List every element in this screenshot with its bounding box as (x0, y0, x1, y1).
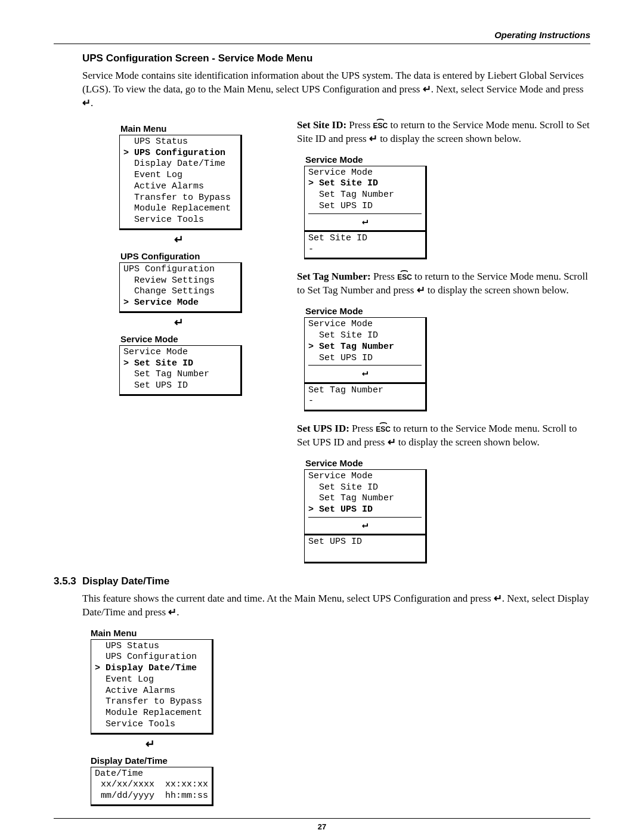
set-upsid-lead: Set UPS ID: (297, 423, 349, 434)
date-time-line1: xx/xx/xxxx xx:xx:xx (95, 779, 208, 791)
set-tag-number-paragraph: Set Tag Number: Press ESC to return to t… (297, 270, 590, 298)
service-mode-site-panel: Service Mode > Set Site ID Set Tag Numbe… (304, 166, 427, 232)
result-line: Set Tag Number (308, 385, 422, 397)
panel-header: Service Mode (308, 168, 422, 179)
left-column: Main Menu UPS Status> UPS Configuration … (82, 119, 261, 396)
menu-item: Set UPS ID (308, 201, 422, 212)
date-time-panel: Date/Time xx/xx/xxxx xx:xx:xx mm/dd/yyyy… (91, 767, 213, 806)
menu-item: > Set UPS ID (308, 504, 422, 516)
text-a: Press (349, 423, 376, 434)
ups-configuration-panel: UPS Configuration Review Settings Change… (119, 262, 242, 313)
panel-header: Service Mode (308, 471, 422, 482)
panel-header: Service Mode (123, 347, 237, 358)
page-number: 27 (54, 822, 590, 831)
menu-item: > Set Site ID (308, 178, 422, 190)
enter-icon: ↵ (388, 436, 396, 448)
menu-item: Module Replacement (123, 203, 237, 215)
esc-icon: ESC (373, 119, 388, 131)
right-column: Set Site ID: Press ESC to return to the … (297, 119, 590, 563)
intro-text-c: . (91, 97, 93, 109)
result-panel: Set Tag Number - (304, 384, 427, 412)
service-mode-upsid-panel: Service Mode Set Site ID Set Tag Number>… (304, 469, 427, 535)
enter-icon: ↵ (308, 365, 422, 379)
running-header: Operating Instructions (54, 30, 590, 44)
text-c: . (177, 606, 179, 618)
text-a: Press (346, 119, 373, 131)
menu-item: Set Tag Number (308, 190, 422, 201)
enter-icon: ↵ (417, 284, 425, 296)
menu-item: UPS Status (95, 641, 208, 652)
service-mode-title: Service Mode (120, 334, 261, 344)
footer-rule (54, 818, 590, 819)
service-mode-title: Service Mode (305, 154, 590, 165)
set-site-id-lead: Set Site ID: (297, 119, 346, 131)
main-menu-title: Main Menu (120, 123, 261, 134)
service-mode-tag-panel: Service Mode Set Site ID> Set Tag Number… (304, 317, 427, 383)
enter-icon: ↵ (119, 233, 239, 246)
enter-icon: ↵ (82, 97, 91, 109)
menu-item: > UPS Configuration (123, 148, 237, 159)
result-panel: Set UPS ID (304, 535, 427, 563)
menu-item: Set Site ID (308, 482, 422, 494)
menu-item: Active Alarms (95, 686, 208, 697)
menu-item: Service Tools (123, 215, 237, 226)
enter-icon: ↵ (308, 517, 422, 531)
esc-icon: ESC (397, 270, 412, 282)
result-sub: - (308, 396, 422, 407)
panel-header: Date/Time (95, 769, 208, 780)
service-mode-panel: Service Mode > Set Site ID Set Tag Numbe… (119, 345, 242, 396)
menu-item: > Set Tag Number (308, 342, 422, 353)
set-ups-id-paragraph: Set UPS ID: Press ESC to return to the S… (297, 422, 590, 450)
menu-item: Active Alarms (123, 181, 237, 193)
menu-item: > Set Site ID (123, 358, 237, 370)
enter-icon: ↵ (119, 315, 239, 329)
service-mode-title: Service Mode (305, 306, 590, 316)
panel-header: Service Mode (308, 319, 422, 330)
menu-item: Set Tag Number (308, 493, 422, 504)
result-panel: Set Site ID - (304, 232, 427, 260)
menu-item: Review Settings (123, 275, 237, 287)
menu-item: > Display Date/Time (95, 663, 208, 674)
menu-item: Set UPS ID (123, 380, 237, 392)
text-a: This feature shows the current date and … (82, 593, 494, 604)
result-line: Set UPS ID (308, 537, 422, 548)
text-c: to display the screen shown below. (396, 436, 540, 448)
text-a: Press (371, 271, 397, 282)
header-rule (54, 44, 590, 44)
menu-item: UPS Configuration (95, 652, 208, 663)
text-c: to display the screen shown below. (425, 284, 569, 296)
service-mode-title: Service Mode (305, 458, 590, 468)
main-menu-title: Main Menu (91, 628, 590, 638)
menu-item: Service Tools (95, 719, 208, 730)
menu-item: Display Date/Time (123, 159, 237, 170)
display-date-time-paragraph: This feature shows the current date and … (82, 592, 590, 620)
menu-item: Event Log (95, 674, 208, 686)
manual-page: Operating Instructions UPS Configuration… (0, 0, 644, 833)
main-menu-panel: UPS Status> UPS Configuration Display Da… (119, 135, 242, 230)
date-time-line2: mm/dd/yyyy hh:mm:ss (95, 791, 208, 802)
menu-item: > Service Mode (123, 298, 237, 309)
section-title: Display Date/Time (82, 575, 169, 587)
panel-header: UPS Configuration (123, 264, 237, 275)
text-c: to display the screen shown below. (377, 133, 521, 144)
result-sub (308, 548, 422, 559)
enter-icon: ↵ (168, 606, 177, 618)
menu-item: Transfer to Bypass (95, 696, 208, 708)
intro-paragraph: Service Mode contains site identificatio… (82, 69, 590, 110)
result-sub: - (308, 244, 422, 256)
enter-icon: ↵ (308, 213, 422, 228)
menu-item: Set Tag Number (123, 369, 237, 380)
menu-item: Set Site ID (308, 330, 422, 342)
intro-text-b: . Next, select Service Mode and press (431, 83, 584, 95)
result-line: Set Site ID (308, 233, 422, 244)
enter-icon: ↵ (91, 737, 210, 751)
set-tag-lead: Set Tag Number: (297, 271, 371, 282)
menu-item: Event Log (123, 170, 237, 181)
section-number: 3.5.3 (54, 575, 82, 587)
esc-icon: ESC (376, 422, 391, 434)
ups-configuration-title: UPS Configuration (120, 251, 261, 261)
menu-item: Module Replacement (95, 708, 208, 719)
display-date-time-title: Display Date/Time (91, 755, 590, 766)
section-title-service-mode: UPS Configuration Screen - Service Mode … (82, 52, 590, 64)
menu-item: Set UPS ID (308, 353, 422, 364)
